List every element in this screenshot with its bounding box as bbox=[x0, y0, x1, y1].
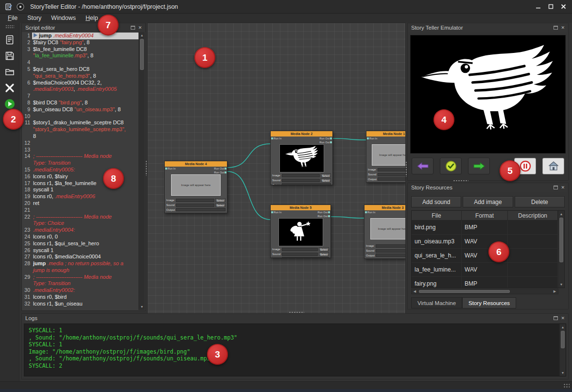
code-line[interactable]: 8$bird DC8 "bird.png", 8 bbox=[22, 100, 139, 106]
code-line[interactable]: 21 bbox=[22, 207, 139, 214]
node-field[interactable] bbox=[282, 174, 320, 177]
node-field[interactable] bbox=[282, 179, 320, 182]
code-line[interactable]: 2$fairy DC8 "fairy.png", 8 bbox=[22, 39, 139, 46]
resize-grip[interactable] bbox=[563, 383, 570, 389]
node-field[interactable] bbox=[378, 168, 406, 171]
input-port[interactable]: Run In bbox=[271, 137, 281, 140]
menu-windows[interactable]: Windows bbox=[46, 14, 81, 23]
code-line[interactable]: 9$un_oiseau DC8 "un_oiseau.mp3", 8 bbox=[22, 106, 139, 113]
table-row[interactable]: la_fee_lumine...WAV bbox=[412, 263, 558, 277]
scrollbar-thumb[interactable] bbox=[561, 331, 565, 348]
code-line[interactable]: 24lcons r0, 0 bbox=[22, 234, 139, 240]
scroll-down-icon[interactable]: ▼ bbox=[560, 370, 566, 376]
tab-story-resources[interactable]: Story Resources bbox=[462, 297, 516, 308]
float-panel-icon[interactable] bbox=[554, 316, 558, 320]
output-port[interactable]: Run Out bbox=[214, 171, 226, 174]
node-graph-canvas[interactable]: Media Node 4Run InRun OutRun OutImage wi… bbox=[147, 23, 406, 315]
code-line[interactable]: 19lcons r0, .mediaEntry0006 bbox=[22, 193, 139, 200]
scroll-left-icon[interactable]: ◀ bbox=[412, 289, 418, 294]
select-button[interactable]: Select bbox=[321, 173, 331, 177]
minimize-button[interactable] bbox=[532, 2, 544, 12]
input-port[interactable]: Run In bbox=[271, 211, 281, 214]
splitter-handle[interactable] bbox=[453, 180, 468, 182]
table-row[interactable]: bird.pngBMP bbox=[412, 221, 558, 235]
input-port[interactable]: Run In bbox=[367, 137, 377, 140]
menu-file[interactable]: File bbox=[3, 14, 22, 23]
float-panel-icon[interactable] bbox=[131, 26, 135, 30]
scrollbar-thumb[interactable] bbox=[559, 218, 563, 262]
table-row[interactable]: fairy.pngBMP bbox=[412, 277, 558, 288]
delete-button[interactable]: Delete bbox=[515, 196, 565, 207]
code-line[interactable]: 28jump .media ; no return possible, so a… bbox=[22, 260, 139, 274]
code-line[interactable]: 11$story1_drako_luminelle_sceptre DC8"st… bbox=[22, 119, 139, 139]
resources-table[interactable]: File Format Description bird.pngBMPun_oi… bbox=[411, 210, 565, 288]
output-port[interactable]: Run Out bbox=[214, 167, 226, 170]
output-port[interactable]: Run Out bbox=[318, 211, 330, 214]
node-field[interactable] bbox=[282, 253, 318, 256]
next-button[interactable] bbox=[468, 158, 490, 174]
input-port[interactable]: Run In bbox=[365, 211, 375, 214]
previous-button[interactable] bbox=[412, 158, 433, 174]
media-node[interactable]: Media Node 2Run InRun OutRun OutImageSel… bbox=[270, 131, 333, 185]
code-line[interactable]: 5$qui_sera_le_hero DC8"qui_sera_le_hero.… bbox=[22, 66, 139, 80]
code-line[interactable]: 6$mediaChoice0004 DC32, 2,.mediaEntry000… bbox=[22, 80, 139, 93]
code-line[interactable]: 14; -------------------------- Media nod… bbox=[22, 153, 139, 167]
code-line[interactable]: 13 bbox=[22, 147, 139, 153]
code-line[interactable]: 18syscall 1 bbox=[22, 187, 139, 193]
code-line[interactable]: 3$la_fee_luminelle DC8"la_fee_luminelle.… bbox=[22, 46, 139, 60]
open-button[interactable] bbox=[2, 65, 17, 79]
code-line[interactable]: 22; -------------------------- Media nod… bbox=[22, 214, 139, 227]
code-line[interactable]: 26syscall 1 bbox=[22, 247, 139, 254]
close-panel-icon[interactable]: ✕ bbox=[561, 186, 565, 190]
save-button[interactable] bbox=[2, 49, 17, 63]
add-image-button[interactable]: Add image bbox=[463, 196, 513, 207]
table-scrollbar[interactable]: ▲ ▼ bbox=[558, 211, 564, 288]
table-horizontal-scrollbar[interactable]: ◀ ▶ bbox=[411, 289, 558, 294]
code-line[interactable]: 1jump .mediaEntry0004 bbox=[22, 33, 139, 39]
tab-virtual-machine[interactable]: Virtual Machine bbox=[411, 297, 462, 308]
node-field[interactable] bbox=[376, 254, 406, 257]
node-field[interactable] bbox=[378, 177, 406, 181]
scroll-up-icon[interactable]: ▲ bbox=[558, 211, 564, 217]
code-line[interactable]: 31lcons r0, $bird bbox=[22, 294, 139, 301]
app-menu-icon[interactable] bbox=[4, 2, 14, 12]
close-project-button[interactable] bbox=[2, 81, 17, 95]
select-button[interactable]: Select bbox=[215, 198, 225, 202]
splitter-handle[interactable] bbox=[405, 161, 407, 177]
node-field[interactable] bbox=[376, 244, 406, 248]
scroll-up-icon[interactable]: ▲ bbox=[139, 32, 145, 38]
code-line[interactable]: 4 bbox=[22, 59, 139, 66]
new-script-button[interactable] bbox=[2, 33, 17, 47]
table-row[interactable]: qui_sera_le_h...WAV bbox=[412, 249, 558, 263]
scrollbar-thumb[interactable] bbox=[140, 39, 144, 70]
node-field[interactable] bbox=[376, 249, 406, 253]
maximize-button[interactable] bbox=[545, 2, 556, 12]
editor-scrollbar[interactable]: ▲ ▼ bbox=[139, 32, 145, 310]
code-line[interactable]: 25lcons r1, $qui_sera_le_hero bbox=[22, 240, 139, 247]
node-field[interactable] bbox=[176, 204, 214, 207]
code-line[interactable]: 20ret bbox=[22, 200, 139, 207]
code-line[interactable]: 10 bbox=[22, 113, 139, 120]
column-file[interactable]: File bbox=[412, 211, 462, 220]
code-line[interactable]: 32lcons r1, $un_oiseau bbox=[22, 301, 139, 307]
add-sound-button[interactable]: Add sound bbox=[411, 196, 461, 207]
output-port[interactable]: Run Out bbox=[318, 215, 330, 218]
node-field[interactable] bbox=[176, 199, 214, 202]
splitter-handle[interactable] bbox=[289, 311, 304, 313]
code-line[interactable]: 27lcons r0, $mediaChoice0004 bbox=[22, 254, 139, 260]
table-row[interactable]: un_oiseau.mp3WAV bbox=[412, 235, 558, 249]
column-description[interactable]: Description bbox=[508, 211, 558, 220]
float-panel-icon[interactable] bbox=[554, 186, 558, 189]
select-button[interactable]: Select bbox=[319, 247, 329, 251]
media-node[interactable]: Media Node 5Run InRun OutRun OutImageSel… bbox=[270, 205, 331, 258]
media-node[interactable]: Media Node 1Run InRun OutRun OutImage wi… bbox=[366, 131, 406, 183]
column-format[interactable]: Format bbox=[462, 211, 508, 220]
close-button[interactable] bbox=[557, 2, 569, 12]
scroll-up-icon[interactable]: ▲ bbox=[560, 324, 566, 330]
node-field[interactable] bbox=[282, 248, 318, 251]
accept-button[interactable] bbox=[440, 158, 462, 174]
toolbar-grip[interactable] bbox=[5, 25, 14, 29]
output-port[interactable]: Run Out bbox=[320, 137, 332, 140]
output-port[interactable]: Run Out bbox=[320, 141, 332, 144]
code-line[interactable]: 23.mediaEntry0004: bbox=[22, 227, 139, 234]
